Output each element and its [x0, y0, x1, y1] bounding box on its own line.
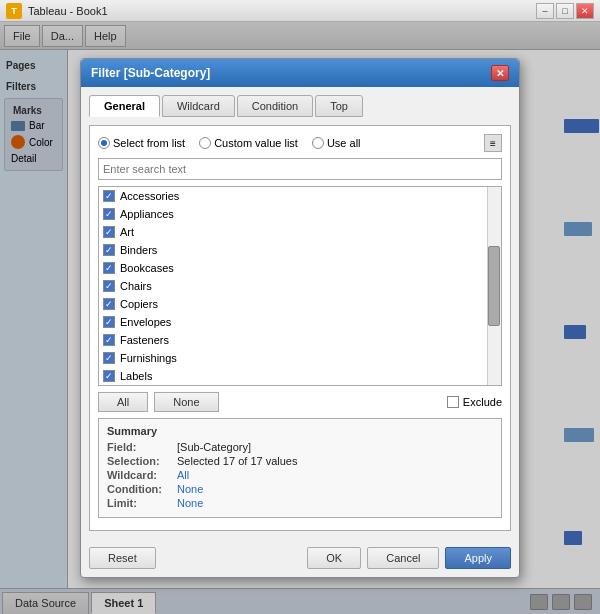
apply-button[interactable]: Apply	[445, 547, 511, 569]
summary-condition-row: Condition: None	[107, 483, 493, 495]
window-title: Tableau - Book1	[28, 5, 108, 17]
summary-selection-row: Selection: Selected 17 of 17 values	[107, 455, 493, 467]
exclude-label: Exclude	[463, 396, 502, 408]
summary-limit-label: Limit:	[107, 497, 177, 509]
title-bar: T Tableau - Book1 – □ ✕	[0, 0, 600, 22]
item-checkbox-binders[interactable]	[103, 244, 115, 256]
reset-button[interactable]: Reset	[89, 547, 156, 569]
item-label-chairs: Chairs	[120, 280, 152, 292]
select-from-list-label: Select from list	[113, 137, 185, 149]
summary-title: Summary	[107, 425, 493, 437]
maximize-button[interactable]: □	[556, 3, 574, 19]
minimize-button[interactable]: –	[536, 3, 554, 19]
summary-wildcard-value[interactable]: All	[177, 469, 189, 481]
list-scrollbar[interactable]	[487, 187, 501, 385]
item-checkbox-labels[interactable]	[103, 370, 115, 382]
custom-value-list-label: Custom value list	[214, 137, 298, 149]
item-label-fasteners: Fasteners	[120, 334, 169, 346]
window-controls: – □ ✕	[536, 3, 594, 19]
item-checkbox-accessories[interactable]	[103, 190, 115, 202]
items-list[interactable]: Accessories Appliances Art	[98, 186, 502, 386]
item-label-copiers: Copiers	[120, 298, 158, 310]
summary-limit-row: Limit: None	[107, 497, 493, 509]
dialog-footer: Reset OK Cancel Apply	[81, 539, 519, 577]
list-options-button[interactable]: ≡	[484, 134, 502, 152]
search-input[interactable]	[98, 158, 502, 180]
item-checkbox-envelopes[interactable]	[103, 316, 115, 328]
item-label-binders: Binders	[120, 244, 157, 256]
tab-bar: General Wildcard Condition Top	[89, 95, 511, 117]
item-checkbox-copiers[interactable]	[103, 298, 115, 310]
item-label-art: Art	[120, 226, 134, 238]
exclude-row: Exclude	[447, 396, 502, 408]
use-all-radio[interactable]: Use all	[312, 137, 361, 149]
scroll-thumb[interactable]	[488, 246, 500, 325]
dialog-title: Filter [Sub-Category]	[91, 66, 210, 80]
summary-condition-value[interactable]: None	[177, 483, 203, 495]
tab-wildcard[interactable]: Wildcard	[162, 95, 235, 117]
summary-selection-label: Selection:	[107, 455, 177, 467]
dialog-body: General Wildcard Condition Top Select fr…	[81, 87, 519, 539]
summary-condition-label: Condition:	[107, 483, 177, 495]
tab-condition[interactable]: Condition	[237, 95, 313, 117]
list-item[interactable]: Appliances	[99, 205, 487, 223]
item-checkbox-furnishings[interactable]	[103, 352, 115, 364]
filter-mode-row: Select from list Custom value list Use a…	[98, 134, 502, 152]
list-item[interactable]: Furnishings	[99, 349, 487, 367]
none-button[interactable]: None	[154, 392, 218, 412]
app-icon: T	[6, 3, 22, 19]
list-item[interactable]: Bookcases	[99, 259, 487, 277]
dialog-close-button[interactable]: ✕	[491, 65, 509, 81]
custom-value-list-radio[interactable]: Custom value list	[199, 137, 298, 149]
item-checkbox-appliances[interactable]	[103, 208, 115, 220]
summary-selection-value: Selected 17 of 17 values	[177, 455, 297, 467]
item-label-envelopes: Envelopes	[120, 316, 171, 328]
summary-wildcard-row: Wildcard: All	[107, 469, 493, 481]
item-label-bookcases: Bookcases	[120, 262, 174, 274]
list-item[interactable]: Fasteners	[99, 331, 487, 349]
tab-top[interactable]: Top	[315, 95, 363, 117]
item-label-appliances: Appliances	[120, 208, 174, 220]
tableau-main: File Da... Help Pages Filters Marks Bar …	[0, 22, 600, 614]
select-from-list-radio-indicator	[98, 137, 110, 149]
item-label-accessories: Accessories	[120, 190, 179, 202]
list-item[interactable]: Envelopes	[99, 313, 487, 331]
list-item[interactable]: Binders	[99, 241, 487, 259]
all-none-row: All None Exclude	[98, 392, 502, 412]
cancel-button[interactable]: Cancel	[367, 547, 439, 569]
all-button[interactable]: All	[98, 392, 148, 412]
summary-field-row: Field: [Sub-Category]	[107, 441, 493, 453]
ok-button[interactable]: OK	[307, 547, 361, 569]
item-checkbox-bookcases[interactable]	[103, 262, 115, 274]
list-item[interactable]: Labels	[99, 367, 487, 385]
tab-content-general: Select from list Custom value list Use a…	[89, 125, 511, 531]
item-checkbox-chairs[interactable]	[103, 280, 115, 292]
dialog-overlay: Filter [Sub-Category] ✕ General Wildcard…	[0, 22, 600, 614]
summary-field-value: [Sub-Category]	[177, 441, 251, 453]
item-label-labels: Labels	[120, 370, 152, 382]
dialog-title-bar: Filter [Sub-Category] ✕	[81, 59, 519, 87]
summary-wildcard-label: Wildcard:	[107, 469, 177, 481]
custom-value-list-radio-indicator	[199, 137, 211, 149]
close-button[interactable]: ✕	[576, 3, 594, 19]
summary-limit-value[interactable]: None	[177, 497, 203, 509]
list-item[interactable]: Copiers	[99, 295, 487, 313]
item-label-furnishings: Furnishings	[120, 352, 177, 364]
list-item[interactable]: Accessories	[99, 187, 487, 205]
filter-dialog: Filter [Sub-Category] ✕ General Wildcard…	[80, 58, 520, 578]
item-checkbox-fasteners[interactable]	[103, 334, 115, 346]
list-item[interactable]: Chairs	[99, 277, 487, 295]
item-checkbox-art[interactable]	[103, 226, 115, 238]
tab-general[interactable]: General	[89, 95, 160, 117]
use-all-radio-indicator	[312, 137, 324, 149]
list-item[interactable]: Art	[99, 223, 487, 241]
select-from-list-radio[interactable]: Select from list	[98, 137, 185, 149]
use-all-label: Use all	[327, 137, 361, 149]
summary-box: Summary Field: [Sub-Category] Selection:…	[98, 418, 502, 518]
summary-field-label: Field:	[107, 441, 177, 453]
exclude-checkbox[interactable]	[447, 396, 459, 408]
